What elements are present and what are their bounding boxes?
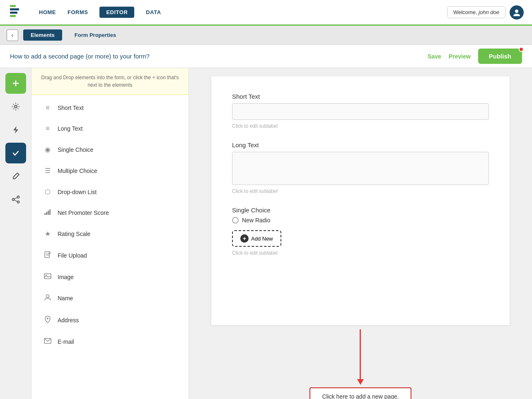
file-upload-icon [44,251,52,260]
element-single-choice[interactable]: ◉ Single Choice [36,140,184,159]
nav-editor[interactable]: EDITOR [99,7,134,18]
short-text-icon: ≡ [44,104,52,112]
svg-rect-1 [10,8,19,10]
nps-icon [44,209,52,217]
long-text-input[interactable] [232,152,489,185]
lightning-button[interactable] [5,119,26,140]
pencil-button[interactable] [5,166,26,187]
elements-list: ≡ Short Text ≡ Long Text ◉ Single Choice… [31,95,189,399]
name-icon [44,294,52,302]
svg-rect-17 [49,209,51,215]
rating-scale-icon: ★ [44,230,52,238]
element-dropdown[interactable]: ⬡ Drop-down List [36,182,184,202]
address-label: Address [58,317,79,324]
toolbar-actions: Save Preview Publish [428,49,522,64]
element-long-text[interactable]: ≡ Long Text [36,119,184,138]
nps-label: Net Promoter Score [58,209,109,216]
svg-point-7 [15,105,17,108]
email-label: E-mail [58,338,74,345]
username: john doe [479,9,499,15]
publish-dot [519,47,524,52]
svg-line-12 [14,197,17,199]
nav-data[interactable]: DATA [146,9,161,15]
elements-hint: Drag and Drop elements into the form, or… [31,68,189,95]
svg-point-24 [47,318,48,319]
radio-option-1: New Radio [232,217,489,224]
user-avatar[interactable] [510,5,524,19]
radio-label: New Radio [242,217,270,224]
svg-point-10 [12,199,14,201]
side-icons [0,68,31,399]
add-new-plus-icon: + [240,234,249,243]
element-rating-scale[interactable]: ★ Rating Scale [36,224,184,243]
svg-rect-2 [10,12,17,14]
add-page-button[interactable]: Click here to add a new page. [310,387,411,399]
toolbar: How to add a second page (or more) to yo… [0,45,532,68]
element-file-upload[interactable]: File Upload [36,245,184,266]
top-nav: HOME FORMS EDITOR DATA Welcome, john doe [0,0,532,26]
single-choice-icon: ◉ [44,146,52,153]
name-label: Name [58,295,73,302]
add-new-label: Add New [251,236,273,242]
save-link[interactable]: Save [428,53,441,60]
preview-link[interactable]: Preview [449,53,471,60]
svg-point-11 [17,201,19,203]
nav-right: Welcome, john doe [447,5,524,19]
svg-point-4 [515,10,518,13]
field-long-text: Long Text Click to edit sublabel [232,141,489,194]
arrow-head [357,379,364,385]
short-text-field-label: Short Text [232,93,489,100]
svg-rect-18 [45,252,49,258]
form-question: How to add a second page (or more) to yo… [10,53,428,60]
svg-rect-15 [46,212,47,215]
long-text-field-label: Long Text [232,141,489,148]
element-address[interactable]: Address [36,310,184,331]
form-canvas: Short Text Click to edit sublabel Long T… [189,68,532,399]
element-short-text[interactable]: ≡ Short Text [36,98,184,117]
sub-nav: ‹ Elements Form Properties [0,26,532,45]
add-page-area: Click here to add a new page. [310,329,411,399]
svg-line-13 [14,200,17,202]
add-new-button[interactable]: + Add New [232,230,281,247]
tab-elements[interactable]: Elements [23,29,62,41]
radio-circle[interactable] [232,217,239,224]
form-page: Short Text Click to edit sublabel Long T… [211,76,510,325]
multiple-choice-label: Multiple Choice [58,168,97,174]
nav-links: HOME FORMS EDITOR DATA [39,7,161,18]
main-layout: Drag and Drop elements into the form, or… [0,68,532,399]
single-choice-sublabel[interactable]: Click to edit sublabel [232,250,489,256]
element-nps[interactable]: Net Promoter Score [36,203,184,222]
file-upload-label: File Upload [58,252,87,259]
share-button[interactable] [5,189,26,210]
dropdown-label: Drop-down List [58,189,97,195]
settings-button[interactable] [5,96,26,117]
long-text-icon: ≡ [44,125,52,132]
field-short-text: Short Text Click to edit sublabel [232,93,489,129]
tab-form-properties[interactable]: Form Properties [67,29,123,41]
long-text-label: Long Text [58,125,82,132]
svg-point-9 [17,196,19,198]
single-choice-field-label: Single Choice [232,207,489,214]
nav-forms[interactable]: FORMS [68,9,88,15]
add-element-button[interactable] [5,73,26,94]
svg-marker-8 [13,126,18,134]
element-name[interactable]: Name [36,288,184,308]
long-text-sublabel[interactable]: Click to edit sublabel [232,188,489,194]
element-multiple-choice[interactable]: ☰ Multiple Choice [36,161,184,180]
single-choice-label: Single Choice [58,146,93,153]
element-image[interactable]: Image [36,268,184,287]
image-icon [44,273,52,281]
logo [8,3,27,22]
publish-button[interactable]: Publish [478,49,522,64]
dropdown-icon: ⬡ [44,188,52,196]
nav-home[interactable]: HOME [39,9,56,15]
back-button[interactable]: ‹ [7,29,18,41]
short-text-label: Short Text [58,105,84,111]
short-text-sublabel[interactable]: Click to edit sublabel [232,123,489,129]
welcome-text: Welcome, [453,9,479,15]
check-button[interactable] [5,143,26,163]
address-icon [44,316,52,325]
short-text-input[interactable] [232,103,489,120]
svg-rect-14 [44,213,46,215]
element-email[interactable]: E-mail [36,332,184,351]
